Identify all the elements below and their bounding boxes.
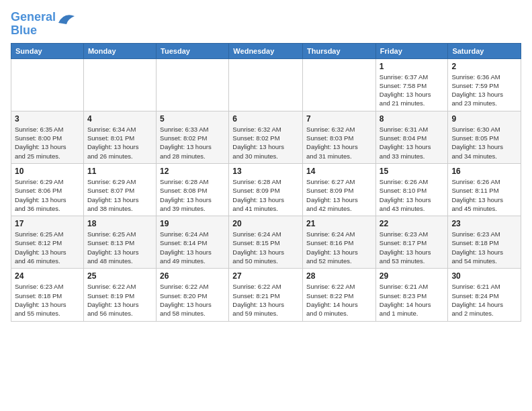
calendar-cell: 15Sunrise: 6:26 AMSunset: 8:10 PMDayligh… <box>375 163 448 216</box>
calendar-cell: 13Sunrise: 6:28 AMSunset: 8:09 PMDayligh… <box>229 163 303 216</box>
calendar-cell <box>229 58 303 111</box>
day-info: Sunrise: 6:36 AMSunset: 7:59 PMDaylight:… <box>451 73 517 108</box>
day-number: 4 <box>87 114 152 124</box>
day-number: 11 <box>87 167 152 176</box>
day-number: 18 <box>87 219 152 228</box>
day-info: Sunrise: 6:28 AMSunset: 8:09 PMDaylight:… <box>232 177 299 213</box>
day-info: Sunrise: 6:37 AMSunset: 7:58 PMDaylight:… <box>380 73 445 108</box>
calendar-table: SundayMondayTuesdayWednesdayThursdayFrid… <box>11 43 521 322</box>
calendar-cell: 28Sunrise: 6:22 AMSunset: 8:22 PMDayligh… <box>303 269 376 321</box>
calendar-cell: 29Sunrise: 6:21 AMSunset: 8:23 PMDayligh… <box>375 269 448 321</box>
day-info: Sunrise: 6:23 AMSunset: 8:18 PMDaylight:… <box>15 282 80 318</box>
calendar-week-row: 24Sunrise: 6:23 AMSunset: 8:18 PMDayligh… <box>11 269 521 321</box>
logo-text: GeneralBlue <box>11 11 56 38</box>
day-number: 10 <box>15 167 80 176</box>
day-info: Sunrise: 6:30 AMSunset: 8:05 PMDaylight:… <box>451 125 517 161</box>
weekday-header-thursday: Thursday <box>303 43 376 58</box>
logo-wing-icon <box>57 11 76 26</box>
day-info: Sunrise: 6:32 AMSunset: 8:02 PMDaylight:… <box>232 125 299 161</box>
day-number: 21 <box>306 219 372 228</box>
calendar-cell: 14Sunrise: 6:27 AMSunset: 8:09 PMDayligh… <box>303 163 376 216</box>
page-header: GeneralBlue <box>11 11 521 38</box>
calendar-cell: 11Sunrise: 6:29 AMSunset: 8:07 PMDayligh… <box>83 163 156 216</box>
day-info: Sunrise: 6:28 AMSunset: 8:08 PMDaylight:… <box>160 177 225 213</box>
calendar-cell: 5Sunrise: 6:33 AMSunset: 8:02 PMDaylight… <box>157 111 229 163</box>
day-number: 23 <box>451 219 517 228</box>
day-number: 25 <box>87 271 152 281</box>
day-number: 19 <box>160 219 225 228</box>
day-info: Sunrise: 6:26 AMSunset: 8:11 PMDaylight:… <box>451 177 517 213</box>
day-info: Sunrise: 6:24 AMSunset: 8:14 PMDaylight:… <box>160 230 225 265</box>
day-number: 16 <box>451 167 517 176</box>
logo: GeneralBlue <box>11 11 76 38</box>
calendar-cell: 23Sunrise: 6:23 AMSunset: 8:18 PMDayligh… <box>448 216 521 269</box>
calendar-cell <box>303 58 376 111</box>
day-number: 2 <box>451 62 517 71</box>
weekday-header-monday: Monday <box>83 43 156 58</box>
day-number: 12 <box>160 167 225 176</box>
calendar-cell: 26Sunrise: 6:22 AMSunset: 8:20 PMDayligh… <box>157 269 229 321</box>
day-number: 30 <box>451 271 517 281</box>
day-number: 8 <box>380 114 445 124</box>
day-info: Sunrise: 6:25 AMSunset: 8:13 PMDaylight:… <box>87 230 152 265</box>
weekday-header-sunday: Sunday <box>11 43 84 58</box>
day-info: Sunrise: 6:29 AMSunset: 8:06 PMDaylight:… <box>15 177 80 213</box>
calendar-cell: 22Sunrise: 6:23 AMSunset: 8:17 PMDayligh… <box>375 216 448 269</box>
calendar-week-row: 1Sunrise: 6:37 AMSunset: 7:58 PMDaylight… <box>11 58 521 111</box>
calendar-cell <box>83 58 156 111</box>
weekday-header-tuesday: Tuesday <box>157 43 229 58</box>
calendar-cell: 7Sunrise: 6:32 AMSunset: 8:03 PMDaylight… <box>303 111 376 163</box>
day-number: 5 <box>160 114 225 124</box>
day-number: 13 <box>232 167 299 176</box>
day-number: 27 <box>232 271 299 281</box>
day-info: Sunrise: 6:22 AMSunset: 8:21 PMDaylight:… <box>232 282 299 318</box>
day-number: 17 <box>15 219 80 228</box>
day-info: Sunrise: 6:31 AMSunset: 8:04 PMDaylight:… <box>380 125 445 161</box>
calendar-cell: 17Sunrise: 6:25 AMSunset: 8:12 PMDayligh… <box>11 216 84 269</box>
calendar-header-row: SundayMondayTuesdayWednesdayThursdayFrid… <box>11 43 521 58</box>
day-number: 1 <box>380 62 445 71</box>
day-info: Sunrise: 6:29 AMSunset: 8:07 PMDaylight:… <box>87 177 152 213</box>
day-info: Sunrise: 6:25 AMSunset: 8:12 PMDaylight:… <box>15 230 80 265</box>
calendar-cell: 12Sunrise: 6:28 AMSunset: 8:08 PMDayligh… <box>157 163 229 216</box>
day-number: 22 <box>380 219 445 228</box>
day-info: Sunrise: 6:34 AMSunset: 8:01 PMDaylight:… <box>87 125 152 161</box>
calendar-cell: 27Sunrise: 6:22 AMSunset: 8:21 PMDayligh… <box>229 269 303 321</box>
day-number: 20 <box>232 219 299 228</box>
day-number: 15 <box>380 167 445 176</box>
day-info: Sunrise: 6:26 AMSunset: 8:10 PMDaylight:… <box>380 177 445 213</box>
day-number: 26 <box>160 271 225 281</box>
day-info: Sunrise: 6:22 AMSunset: 8:20 PMDaylight:… <box>160 282 225 318</box>
calendar-cell: 19Sunrise: 6:24 AMSunset: 8:14 PMDayligh… <box>157 216 229 269</box>
day-info: Sunrise: 6:24 AMSunset: 8:15 PMDaylight:… <box>232 230 299 265</box>
day-number: 7 <box>306 114 372 124</box>
day-number: 9 <box>451 114 517 124</box>
day-info: Sunrise: 6:32 AMSunset: 8:03 PMDaylight:… <box>306 125 372 161</box>
calendar-cell <box>157 58 229 111</box>
day-number: 28 <box>306 271 372 281</box>
day-info: Sunrise: 6:22 AMSunset: 8:19 PMDaylight:… <box>87 282 152 318</box>
day-info: Sunrise: 6:23 AMSunset: 8:17 PMDaylight:… <box>380 230 445 265</box>
calendar-week-row: 17Sunrise: 6:25 AMSunset: 8:12 PMDayligh… <box>11 216 521 269</box>
calendar-cell: 4Sunrise: 6:34 AMSunset: 8:01 PMDaylight… <box>83 111 156 163</box>
weekday-header-friday: Friday <box>375 43 448 58</box>
day-info: Sunrise: 6:21 AMSunset: 8:23 PMDaylight:… <box>380 282 445 318</box>
day-info: Sunrise: 6:24 AMSunset: 8:16 PMDaylight:… <box>306 230 372 265</box>
day-info: Sunrise: 6:21 AMSunset: 8:24 PMDaylight:… <box>451 282 517 318</box>
day-number: 14 <box>306 167 372 176</box>
weekday-header-saturday: Saturday <box>448 43 521 58</box>
calendar-week-row: 3Sunrise: 6:35 AMSunset: 8:00 PMDaylight… <box>11 111 521 163</box>
calendar-cell: 1Sunrise: 6:37 AMSunset: 7:58 PMDaylight… <box>375 58 448 111</box>
calendar-cell: 30Sunrise: 6:21 AMSunset: 8:24 PMDayligh… <box>448 269 521 321</box>
calendar-cell: 6Sunrise: 6:32 AMSunset: 8:02 PMDaylight… <box>229 111 303 163</box>
calendar-cell: 24Sunrise: 6:23 AMSunset: 8:18 PMDayligh… <box>11 269 84 321</box>
day-number: 29 <box>380 271 445 281</box>
day-info: Sunrise: 6:27 AMSunset: 8:09 PMDaylight:… <box>306 177 372 213</box>
calendar-cell: 21Sunrise: 6:24 AMSunset: 8:16 PMDayligh… <box>303 216 376 269</box>
calendar-cell: 18Sunrise: 6:25 AMSunset: 8:13 PMDayligh… <box>83 216 156 269</box>
day-info: Sunrise: 6:33 AMSunset: 8:02 PMDaylight:… <box>160 125 225 161</box>
day-number: 6 <box>232 114 299 124</box>
day-info: Sunrise: 6:22 AMSunset: 8:22 PMDaylight:… <box>306 282 372 318</box>
day-info: Sunrise: 6:35 AMSunset: 8:00 PMDaylight:… <box>15 125 80 161</box>
calendar-cell <box>11 58 84 111</box>
